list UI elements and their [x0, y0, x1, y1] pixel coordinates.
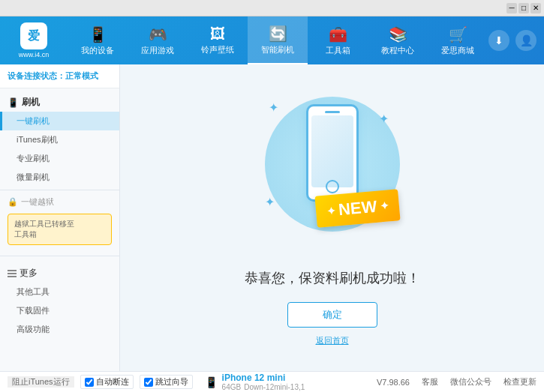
version-label: V7.98.66	[377, 378, 410, 387]
device-details: iPhone 12 mini 64GB Down-12mini-13,1	[222, 373, 305, 391]
bottom-right: V7.98.66 客服 微信公众号 检查更新	[377, 376, 536, 388]
sidebar-item-download-fw[interactable]: 下载固件	[0, 301, 119, 320]
device-storage: 64GB	[222, 383, 242, 391]
itunes-flash-label: iTunes刷机	[17, 135, 58, 144]
wechat-link[interactable]: 微信公众号	[450, 376, 491, 388]
store-icon: 🛒	[449, 25, 467, 43]
phone-home-button	[326, 180, 339, 193]
sidebar-note: 越狱工具已转移至工具箱	[8, 214, 112, 245]
close-button[interactable]: ✕	[530, 3, 541, 13]
sidebar-item-save-flash[interactable]: 微量刷机	[0, 168, 119, 187]
minimize-button[interactable]: ─	[506, 3, 517, 13]
main-content: ✦ ✦ ✦ NEW 恭喜您，保资料刷机成功啦！ 确定 返回首页	[120, 64, 544, 371]
skip-wizard-input[interactable]	[144, 378, 153, 387]
nav-my-device[interactable]: 📱 我的设备	[68, 16, 128, 64]
more-section: 更多 其他工具 下载固件 高级功能	[0, 259, 119, 343]
star-1: ✦	[269, 100, 278, 115]
other-tools-label: 其他工具	[17, 287, 50, 296]
nav-toolbox[interactable]: 🧰 工具箱	[308, 16, 368, 64]
sidebar-item-one-key-flash[interactable]: 一键刷机	[0, 112, 119, 130]
logo-text: 爱	[28, 28, 40, 44]
phone-illustration: ✦ ✦ ✦ NEW	[257, 89, 407, 254]
sidebar: 设备连接状态：正常模式 📱 刷机 一键刷机 iTunes刷机 专业刷机 微量刷机…	[0, 64, 120, 371]
sidebar-divider-2	[0, 256, 119, 256]
lines-icon	[8, 270, 17, 277]
wallpaper-icon: 🖼	[210, 25, 225, 43]
advanced-label: 高级功能	[17, 325, 50, 334]
back-link[interactable]: 返回首页	[316, 335, 349, 346]
maximize-button[interactable]: □	[518, 3, 529, 13]
save-flash-label: 微量刷机	[17, 172, 50, 181]
status-bar: 设备连接状态：正常模式	[0, 64, 119, 88]
skip-wizard-label: 跳过向导	[155, 376, 188, 388]
auto-close-label: 自动断连	[96, 376, 129, 388]
nav-my-device-label: 我的设备	[81, 45, 114, 56]
one-key-flash-label: 一键刷机	[17, 116, 50, 125]
status-value: 正常模式	[65, 71, 98, 80]
support-link[interactable]: 客服	[422, 376, 438, 388]
itunes-status-label: 阻止iTunes运行	[12, 376, 70, 388]
status-label: 设备连接状态：	[8, 71, 65, 80]
locked-item: 🔒 一键越狱	[0, 193, 119, 211]
sidebar-item-pro-flash[interactable]: 专业刷机	[0, 149, 119, 168]
auto-close-input[interactable]	[85, 378, 94, 387]
user-button[interactable]: 👤	[515, 30, 536, 51]
sidebar-item-other-tools[interactable]: 其他工具	[0, 283, 119, 301]
device-icon: 📱	[205, 376, 218, 388]
flash-section-title: 📱 刷机	[0, 93, 119, 112]
download-fw-label: 下载固件	[17, 306, 50, 315]
update-link[interactable]: 检查更新	[503, 376, 536, 388]
more-section-title: 更多	[0, 264, 119, 283]
tutorial-icon: 📚	[389, 25, 407, 43]
pro-flash-label: 专业刷机	[17, 154, 50, 163]
nav-right: ⬇ 👤	[488, 30, 544, 51]
auto-close-checkbox[interactable]: 自动断连	[80, 375, 134, 389]
success-message: 恭喜您，保资料刷机成功啦！	[245, 269, 420, 287]
toolbox-icon: 🧰	[329, 25, 347, 43]
flash-section: 📱 刷机 一键刷机 iTunes刷机 专业刷机 微量刷机 🔒 一键越狱 越狱工	[0, 88, 119, 253]
logo-area: 爱 www.i4.cn	[0, 22, 68, 58]
device-version: Down-12mini-13,1	[244, 383, 305, 391]
phone-screen	[311, 115, 353, 187]
site-name: www.i4.cn	[19, 51, 50, 58]
bottom-bar: 阻止iTunes运行 自动断连 跳过向导 📱 iPhone 12 mini 64…	[0, 371, 544, 392]
main-layout: 设备连接状态：正常模式 📱 刷机 一键刷机 iTunes刷机 专业刷机 微量刷机…	[0, 64, 544, 371]
more-section-label: 更多	[20, 267, 38, 280]
smart-flash-icon: 🔄	[269, 25, 287, 43]
nav-smart-flash-label: 智能刷机	[261, 44, 294, 55]
nav-tutorial-label: 教程中心	[381, 45, 414, 56]
nav-wallpaper-label: 铃声壁纸	[201, 44, 234, 55]
new-badge: NEW	[315, 189, 401, 228]
sidebar-divider	[0, 190, 119, 190]
device-name: iPhone 12 mini	[222, 373, 305, 383]
apps-games-icon: 🎮	[149, 25, 167, 43]
note-text: 越狱工具已转移至工具箱	[14, 220, 74, 238]
app-logo: 爱	[20, 22, 47, 49]
nav-apps-games[interactable]: 🎮 应用游戏	[128, 16, 188, 64]
skip-wizard-checkbox[interactable]: 跳过向导	[140, 375, 193, 389]
phone-speaker	[325, 111, 340, 113]
my-device-icon: 📱	[89, 25, 107, 43]
sidebar-item-itunes-flash[interactable]: iTunes刷机	[0, 130, 119, 149]
confirm-button[interactable]: 确定	[287, 302, 377, 328]
flash-section-label: 刷机	[22, 96, 40, 109]
nav-smart-flash[interactable]: 🔄 智能刷机	[248, 16, 308, 64]
nav-apps-games-label: 应用游戏	[141, 45, 174, 56]
lock-icon: 🔒	[8, 197, 18, 207]
nav-store[interactable]: 🛒 爱思商城	[428, 16, 488, 64]
star-2: ✦	[379, 112, 389, 126]
device-info: 📱 iPhone 12 mini 64GB Down-12mini-13,1	[205, 373, 305, 391]
nav-tutorial[interactable]: 📚 教程中心	[368, 16, 428, 64]
download-button[interactable]: ⬇	[488, 30, 509, 51]
itunes-status[interactable]: 阻止iTunes运行	[8, 376, 74, 388]
star-3: ✦	[265, 195, 275, 209]
bottom-left: 阻止iTunes运行 自动断连 跳过向导 📱 iPhone 12 mini 64…	[8, 373, 305, 391]
nav-wallpaper[interactable]: 🖼 铃声壁纸	[188, 16, 248, 64]
nav-store-label: 爱思商城	[441, 45, 474, 56]
nav-items: 📱 我的设备 🎮 应用游戏 🖼 铃声壁纸 🔄 智能刷机 🧰 工具箱 📚 教程中心…	[68, 16, 488, 64]
flash-section-icon: 📱	[8, 97, 19, 108]
locked-label: 一键越狱	[21, 196, 54, 208]
sidebar-item-advanced[interactable]: 高级功能	[0, 320, 119, 339]
nav-toolbox-label: 工具箱	[326, 45, 350, 56]
phone-shape	[306, 104, 359, 202]
